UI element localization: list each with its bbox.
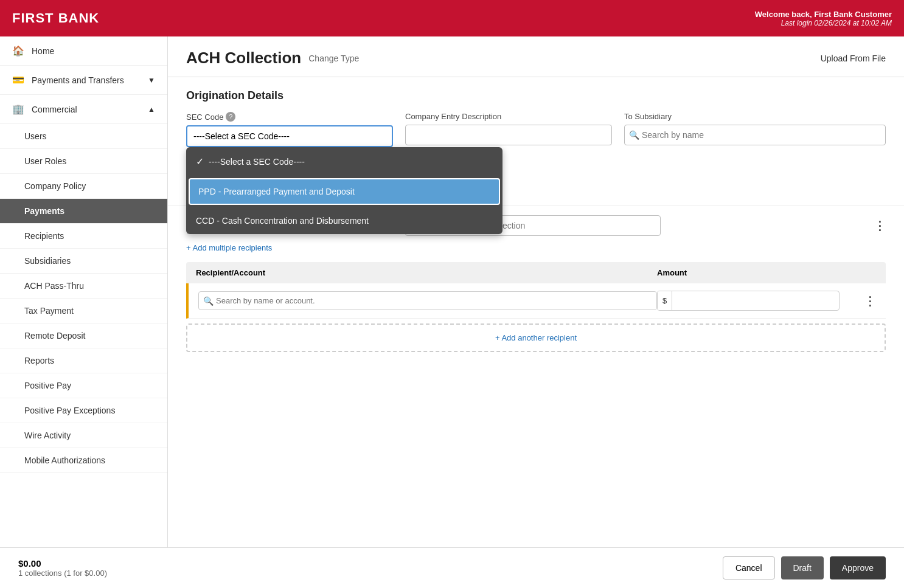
recipient-name-search-wrap: 🔍 bbox=[198, 291, 657, 310]
sidebar-tax-label: Tax Payment bbox=[24, 306, 74, 316]
page-title-row: ACH Collection Change Type bbox=[186, 49, 359, 67]
sidebar-commercial-label: Commercial bbox=[32, 105, 77, 114]
main-layout: 🏠 Home 💳 Payments and Transfers ▼ 🏢 Comm… bbox=[0, 36, 904, 547]
card-icon: 💳 bbox=[12, 74, 24, 86]
chevron-down-icon: ▼ bbox=[148, 76, 155, 85]
company-entry-group: Company Entry Description bbox=[405, 112, 612, 145]
col-amount-header: Amount bbox=[657, 268, 840, 277]
to-subsidiary-group: To Subsidiary 🔍 bbox=[624, 112, 886, 145]
page-title: ACH Collection bbox=[186, 49, 301, 67]
building-icon: 🏢 bbox=[12, 103, 24, 115]
sidebar-mobile-label: Mobile Authorizations bbox=[24, 455, 105, 465]
sidebar-payments-sub-label: Payments bbox=[24, 206, 64, 216]
draft-button[interactable]: Draft bbox=[781, 556, 824, 579]
sidebar-item-tax-payment[interactable]: Tax Payment bbox=[0, 299, 167, 323]
sidebar-item-user-roles[interactable]: User Roles bbox=[0, 149, 167, 174]
sidebar-item-remote-deposit[interactable]: Remote Deposit bbox=[0, 323, 167, 348]
to-subsidiary-search-wrap: 🔍 bbox=[624, 125, 886, 145]
sec-code-info-icon[interactable]: ? bbox=[226, 112, 235, 122]
recipients-more-button[interactable]: ⋮ bbox=[874, 218, 886, 233]
sidebar-item-wire-activity[interactable]: Wire Activity bbox=[0, 423, 167, 448]
add-another-recipient-button[interactable]: + Add another recipient bbox=[186, 323, 886, 352]
sidebar-home-label: Home bbox=[32, 46, 54, 56]
add-multiple-link[interactable]: + Add multiple recipients bbox=[186, 243, 886, 252]
sidebar-item-home[interactable]: 🏠 Home bbox=[0, 36, 167, 66]
app-header: FIRST BANK Welcome back, First Bank Cust… bbox=[0, 0, 904, 36]
recipient-search-icon: 🔍 bbox=[203, 296, 214, 306]
origination-section: Origination Details SEC Code ? ----Selec… bbox=[168, 77, 904, 205]
sidebar-item-payments-transfers[interactable]: 💳 Payments and Transfers ▼ bbox=[0, 66, 167, 95]
sidebar: 🏠 Home 💳 Payments and Transfers ▼ 🏢 Comm… bbox=[0, 36, 168, 547]
sidebar-item-users[interactable]: Users bbox=[0, 124, 167, 149]
welcome-name: Welcome back, First Bank Customer bbox=[755, 10, 892, 19]
sidebar-item-subsidiaries[interactable]: Subsidiaries bbox=[0, 249, 167, 274]
dropdown-item-ppd[interactable]: PPD - Prearranged Payment and Deposit bbox=[189, 178, 500, 205]
sidebar-item-company-policy[interactable]: Company Policy bbox=[0, 174, 167, 199]
sidebar-subsidiaries-label: Subsidiaries bbox=[24, 256, 71, 266]
welcome-message: Welcome back, First Bank Customer Last l… bbox=[755, 10, 892, 27]
col-recipient-header: Recipient/Account bbox=[196, 268, 657, 277]
sidebar-positive-pay-label: Positive Pay bbox=[24, 381, 71, 390]
sec-code-label: SEC Code ? bbox=[186, 112, 393, 122]
dollar-sign: $ bbox=[658, 291, 672, 310]
sidebar-users-label: Users bbox=[24, 131, 47, 141]
amount-input[interactable]: 0.00 bbox=[672, 291, 745, 310]
chevron-up-icon: ▲ bbox=[148, 105, 155, 114]
row-more-button[interactable]: ⋮ bbox=[864, 294, 876, 308]
total-amount: $0.00 bbox=[18, 558, 107, 569]
to-subsidiary-label: To Subsidiary bbox=[624, 112, 886, 121]
sidebar-item-mobile-auth[interactable]: Mobile Authorizations bbox=[0, 448, 167, 473]
page-header: ACH Collection Change Type Upload From F… bbox=[168, 36, 904, 77]
dropdown-item-default[interactable]: ✓ ----Select a SEC Code---- bbox=[186, 147, 502, 176]
amount-input-wrap: $ 0.00 bbox=[657, 291, 840, 311]
main-content: ACH Collection Change Type Upload From F… bbox=[168, 36, 904, 547]
origination-title: Origination Details bbox=[186, 89, 886, 102]
footer: $0.00 1 collections (1 for $0.00) Cancel… bbox=[0, 547, 904, 588]
to-subsidiary-input[interactable] bbox=[624, 125, 886, 145]
sidebar-item-positive-pay-exceptions[interactable]: Positive Pay Exceptions bbox=[0, 398, 167, 423]
sidebar-reports-label: Reports bbox=[24, 356, 54, 365]
dropdown-item-ccd[interactable]: CCD - Cash Concentration and Disbursemen… bbox=[186, 207, 502, 234]
sidebar-remote-label: Remote Deposit bbox=[24, 331, 85, 341]
sec-code-container: ----Select a SEC Code----PPD - Prearrang… bbox=[186, 125, 393, 147]
sidebar-ach-label: ACH Pass-Thru bbox=[24, 281, 84, 291]
recipient-name-input[interactable] bbox=[198, 291, 657, 310]
footer-total: $0.00 1 collections (1 for $0.00) bbox=[18, 558, 107, 578]
cancel-button[interactable]: Cancel bbox=[723, 556, 775, 579]
sidebar-item-recipients[interactable]: Recipients bbox=[0, 224, 167, 249]
sidebar-item-reports[interactable]: Reports bbox=[0, 348, 167, 373]
sidebar-item-positive-pay[interactable]: Positive Pay bbox=[0, 373, 167, 398]
sidebar-payments-label: Payments and Transfers bbox=[32, 75, 124, 85]
sidebar-wire-label: Wire Activity bbox=[24, 431, 71, 440]
last-login: Last login 02/26/2024 at 10:02 AM bbox=[755, 19, 892, 27]
sec-code-select[interactable]: ----Select a SEC Code----PPD - Prearrang… bbox=[186, 125, 393, 147]
search-icon: 🔍 bbox=[629, 130, 639, 140]
sidebar-company-policy-label: Company Policy bbox=[24, 181, 86, 191]
upload-from-file-button[interactable]: Upload From File bbox=[821, 54, 886, 63]
form-row-top: SEC Code ? ----Select a SEC Code----PPD … bbox=[186, 112, 886, 147]
recipient-row: 🔍 $ 0.00 ⋮ bbox=[186, 283, 886, 319]
footer-actions: Cancel Draft Approve bbox=[723, 556, 886, 579]
brand-logo: FIRST BANK bbox=[12, 10, 99, 26]
approve-button[interactable]: Approve bbox=[830, 556, 886, 579]
sec-code-dropdown: ✓ ----Select a SEC Code---- PPD - Prearr… bbox=[186, 147, 502, 234]
sidebar-user-roles-label: User Roles bbox=[24, 156, 66, 166]
sidebar-item-payments[interactable]: Payments bbox=[0, 199, 167, 224]
recipients-table-header: Recipient/Account Amount bbox=[186, 262, 886, 283]
home-icon: 🏠 bbox=[12, 45, 24, 57]
company-entry-label: Company Entry Description bbox=[405, 112, 612, 121]
sec-code-group: SEC Code ? ----Select a SEC Code----PPD … bbox=[186, 112, 393, 147]
sidebar-positive-pay-exc-label: Positive Pay Exceptions bbox=[24, 406, 115, 415]
sidebar-item-ach-pass-thru[interactable]: ACH Pass-Thru bbox=[0, 274, 167, 299]
sidebar-recipients-label: Recipients bbox=[24, 231, 64, 241]
check-icon: ✓ bbox=[196, 156, 204, 167]
sidebar-item-commercial[interactable]: 🏢 Commercial ▲ bbox=[0, 95, 167, 124]
change-type-link[interactable]: Change Type bbox=[308, 54, 359, 63]
company-entry-input[interactable] bbox=[405, 125, 612, 145]
collections-info: 1 collections (1 for $0.00) bbox=[18, 569, 107, 578]
